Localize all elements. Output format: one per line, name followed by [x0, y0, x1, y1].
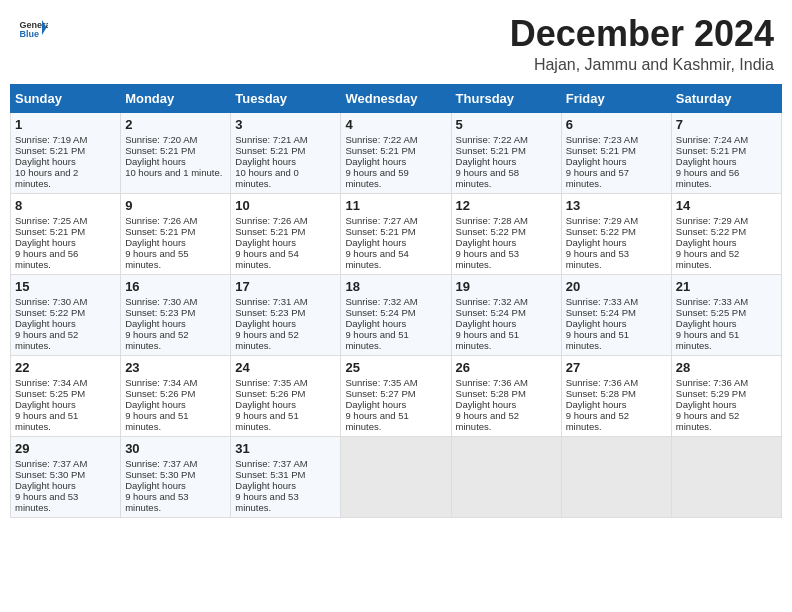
sunrise-label: Sunrise: 7:19 AM — [15, 134, 87, 145]
calendar-week-row: 1 Sunrise: 7:19 AM Sunset: 5:21 PM Dayli… — [11, 112, 782, 193]
day-number: 1 — [15, 117, 116, 132]
day-number: 9 — [125, 198, 226, 213]
daylight-label: Daylight hours — [15, 237, 76, 248]
day-number: 28 — [676, 360, 777, 375]
calendar-cell: 15 Sunrise: 7:30 AM Sunset: 5:22 PM Dayl… — [11, 274, 121, 355]
sunset-label: Sunset: 5:21 PM — [456, 145, 526, 156]
sunset-label: Sunset: 5:23 PM — [235, 307, 305, 318]
day-number: 29 — [15, 441, 116, 456]
daylight-value: 9 hours and 51 minutes. — [345, 410, 408, 432]
daylight-value: 9 hours and 53 minutes. — [456, 248, 519, 270]
day-number: 23 — [125, 360, 226, 375]
weekday-header: Friday — [561, 84, 671, 112]
sunset-label: Sunset: 5:23 PM — [125, 307, 195, 318]
daylight-label: Daylight hours — [15, 156, 76, 167]
calendar-cell: 18 Sunrise: 7:32 AM Sunset: 5:24 PM Dayl… — [341, 274, 451, 355]
calendar-cell: 12 Sunrise: 7:28 AM Sunset: 5:22 PM Dayl… — [451, 193, 561, 274]
calendar-cell: 23 Sunrise: 7:34 AM Sunset: 5:26 PM Dayl… — [121, 355, 231, 436]
sunset-label: Sunset: 5:25 PM — [15, 388, 85, 399]
weekday-header: Sunday — [11, 84, 121, 112]
calendar-cell: 10 Sunrise: 7:26 AM Sunset: 5:21 PM Dayl… — [231, 193, 341, 274]
sunset-label: Sunset: 5:26 PM — [125, 388, 195, 399]
daylight-label: Daylight hours — [676, 318, 737, 329]
day-number: 31 — [235, 441, 336, 456]
sunrise-label: Sunrise: 7:34 AM — [125, 377, 197, 388]
daylight-label: Daylight hours — [345, 156, 406, 167]
daylight-value: 9 hours and 51 minutes. — [345, 329, 408, 351]
day-number: 11 — [345, 198, 446, 213]
daylight-label: Daylight hours — [235, 237, 296, 248]
logo-icon: General Blue — [18, 14, 48, 44]
sunrise-label: Sunrise: 7:34 AM — [15, 377, 87, 388]
calendar-cell: 29 Sunrise: 7:37 AM Sunset: 5:30 PM Dayl… — [11, 436, 121, 517]
sunset-label: Sunset: 5:21 PM — [125, 226, 195, 237]
calendar-cell: 8 Sunrise: 7:25 AM Sunset: 5:21 PM Dayli… — [11, 193, 121, 274]
daylight-label: Daylight hours — [125, 480, 186, 491]
sunrise-label: Sunrise: 7:35 AM — [345, 377, 417, 388]
daylight-label: Daylight hours — [566, 156, 627, 167]
calendar-week-row: 8 Sunrise: 7:25 AM Sunset: 5:21 PM Dayli… — [11, 193, 782, 274]
day-number: 10 — [235, 198, 336, 213]
daylight-value: 9 hours and 55 minutes. — [125, 248, 188, 270]
day-number: 16 — [125, 279, 226, 294]
daylight-label: Daylight hours — [676, 156, 737, 167]
sunset-label: Sunset: 5:21 PM — [676, 145, 746, 156]
daylight-value: 9 hours and 52 minutes. — [235, 329, 298, 351]
title-block: December 2024 Hajan, Jammu and Kashmir, … — [510, 14, 774, 74]
daylight-label: Daylight hours — [566, 237, 627, 248]
sunrise-label: Sunrise: 7:20 AM — [125, 134, 197, 145]
sunrise-label: Sunrise: 7:30 AM — [15, 296, 87, 307]
daylight-value: 9 hours and 57 minutes. — [566, 167, 629, 189]
sunrise-label: Sunrise: 7:33 AM — [566, 296, 638, 307]
calendar-cell: 4 Sunrise: 7:22 AM Sunset: 5:21 PM Dayli… — [341, 112, 451, 193]
sunrise-label: Sunrise: 7:32 AM — [456, 296, 528, 307]
sunset-label: Sunset: 5:26 PM — [235, 388, 305, 399]
daylight-label: Daylight hours — [676, 237, 737, 248]
day-number: 12 — [456, 198, 557, 213]
calendar-cell — [341, 436, 451, 517]
sunrise-label: Sunrise: 7:30 AM — [125, 296, 197, 307]
daylight-label: Daylight hours — [235, 318, 296, 329]
daylight-value: 9 hours and 51 minutes. — [235, 410, 298, 432]
sunrise-label: Sunrise: 7:22 AM — [456, 134, 528, 145]
day-number: 7 — [676, 117, 777, 132]
daylight-label: Daylight hours — [15, 318, 76, 329]
calendar-cell: 31 Sunrise: 7:37 AM Sunset: 5:31 PM Dayl… — [231, 436, 341, 517]
sunset-label: Sunset: 5:21 PM — [235, 145, 305, 156]
sunset-label: Sunset: 5:25 PM — [676, 307, 746, 318]
calendar-cell: 13 Sunrise: 7:29 AM Sunset: 5:22 PM Dayl… — [561, 193, 671, 274]
sunset-label: Sunset: 5:22 PM — [456, 226, 526, 237]
sunrise-label: Sunrise: 7:27 AM — [345, 215, 417, 226]
calendar-cell: 26 Sunrise: 7:36 AM Sunset: 5:28 PM Dayl… — [451, 355, 561, 436]
page-header: General Blue December 2024 Hajan, Jammu … — [10, 10, 782, 78]
daylight-value: 9 hours and 52 minutes. — [125, 329, 188, 351]
sunset-label: Sunset: 5:21 PM — [345, 145, 415, 156]
svg-text:Blue: Blue — [20, 29, 40, 39]
daylight-label: Daylight hours — [566, 318, 627, 329]
sunrise-label: Sunrise: 7:32 AM — [345, 296, 417, 307]
day-number: 21 — [676, 279, 777, 294]
calendar-cell: 7 Sunrise: 7:24 AM Sunset: 5:21 PM Dayli… — [671, 112, 781, 193]
logo: General Blue — [18, 14, 48, 44]
daylight-label: Daylight hours — [345, 318, 406, 329]
sunset-label: Sunset: 5:31 PM — [235, 469, 305, 480]
calendar-cell — [671, 436, 781, 517]
calendar-cell: 19 Sunrise: 7:32 AM Sunset: 5:24 PM Dayl… — [451, 274, 561, 355]
sunset-label: Sunset: 5:24 PM — [456, 307, 526, 318]
weekday-header: Saturday — [671, 84, 781, 112]
calendar-cell: 24 Sunrise: 7:35 AM Sunset: 5:26 PM Dayl… — [231, 355, 341, 436]
calendar-table: SundayMondayTuesdayWednesdayThursdayFrid… — [10, 84, 782, 518]
daylight-label: Daylight hours — [235, 399, 296, 410]
daylight-value: 9 hours and 58 minutes. — [456, 167, 519, 189]
weekday-header: Monday — [121, 84, 231, 112]
daylight-value: 9 hours and 59 minutes. — [345, 167, 408, 189]
sunset-label: Sunset: 5:27 PM — [345, 388, 415, 399]
daylight-label: Daylight hours — [676, 399, 737, 410]
sunset-label: Sunset: 5:21 PM — [15, 145, 85, 156]
daylight-value: 9 hours and 52 minutes. — [566, 410, 629, 432]
daylight-label: Daylight hours — [566, 399, 627, 410]
daylight-value: 10 hours and 2 minutes. — [15, 167, 78, 189]
sunrise-label: Sunrise: 7:36 AM — [676, 377, 748, 388]
sunset-label: Sunset: 5:21 PM — [15, 226, 85, 237]
weekday-header: Tuesday — [231, 84, 341, 112]
